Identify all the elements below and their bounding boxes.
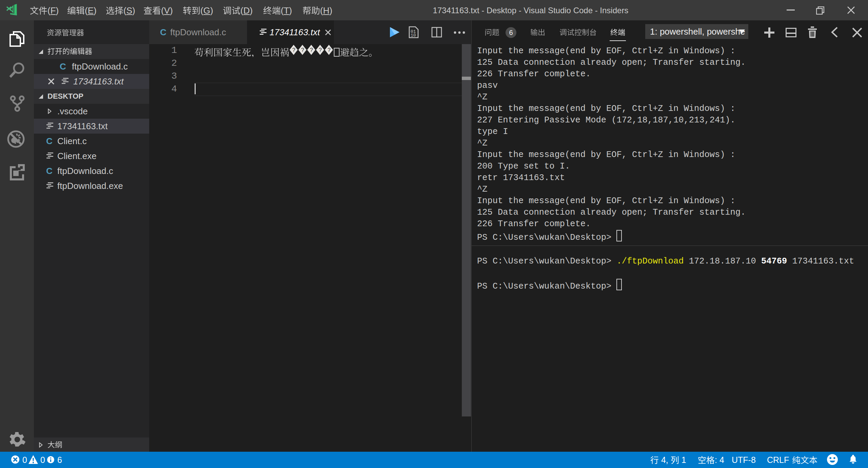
svg-text:10: 10	[411, 33, 416, 38]
svg-text:?: ?	[310, 47, 313, 53]
svg-text:?: ?	[328, 47, 331, 53]
svg-text:?: ?	[301, 47, 304, 53]
svg-text:?: ?	[292, 47, 295, 53]
svg-text:?: ?	[319, 47, 322, 53]
